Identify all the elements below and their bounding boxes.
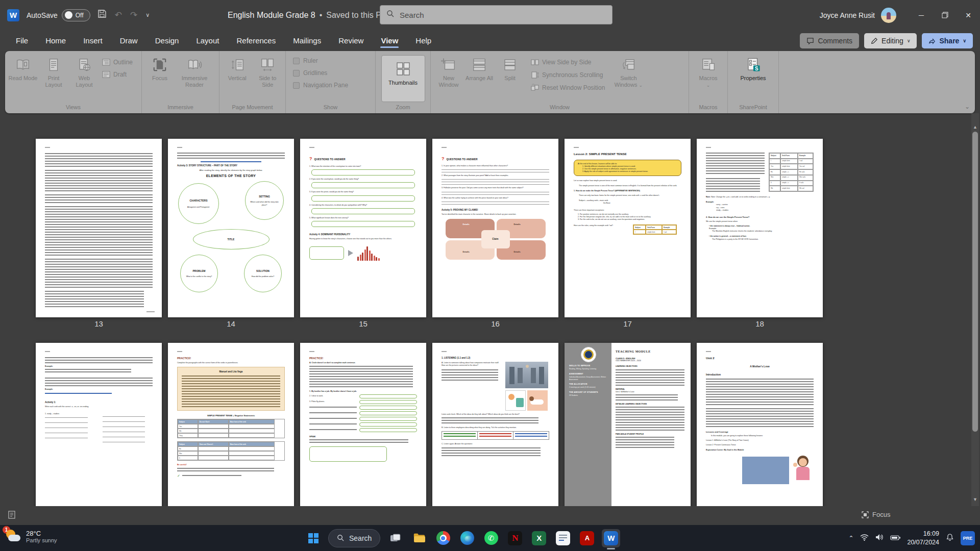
thumbnails-button[interactable]: Thumbnails <box>381 55 425 102</box>
share-button[interactable]: Share ∨ <box>922 33 973 48</box>
tab-home[interactable]: Home <box>38 32 74 49</box>
switch-windows-button[interactable]: Switch Windows ⌄ <box>610 55 647 88</box>
editing-button[interactable]: Editing ∨ <box>864 33 917 48</box>
search-input[interactable] <box>400 11 606 19</box>
outline-button[interactable]: Outline <box>102 58 133 66</box>
lesson2-section1: 1. How do we make the Simple Present Ten… <box>574 190 681 192</box>
notepad-icon[interactable] <box>554 529 572 547</box>
arrange-all-button[interactable]: Arrange All <box>464 55 494 82</box>
focus-mode-button[interactable]: Focus <box>862 511 890 518</box>
minimize-button[interactable]: ─ <box>910 0 933 30</box>
example-sentence-2: The Philippines is a party to the STCW 1… <box>706 238 814 241</box>
page-number-18[interactable]: 18 <box>697 319 823 328</box>
print-layout-button[interactable]: Print Layout <box>39 55 68 88</box>
weather-widget[interactable]: 1 28°C Partly sunny <box>5 528 57 544</box>
view-side-by-side-button[interactable]: View Side by Side <box>531 58 605 66</box>
navigation-pane-checkbox[interactable]: Navigation Pane <box>293 82 348 89</box>
page-number-17[interactable]: 17 <box>565 319 691 328</box>
undo-icon[interactable]: ↶ <box>115 10 122 20</box>
taskbar-search[interactable]: Search <box>328 529 380 547</box>
page-thumbnail-15[interactable]: ?QUESTIONS TO ANSWER 1. What was the int… <box>300 139 426 317</box>
page-number-14[interactable]: 14 <box>168 319 294 328</box>
vertical-button[interactable]: Vertical <box>223 55 252 82</box>
view-ribbon: Read Mode Print Layout Web Layout Outlin… <box>5 51 975 113</box>
volume-icon[interactable] <box>875 534 884 543</box>
battery-icon[interactable] <box>890 534 900 543</box>
start-button[interactable] <box>304 529 323 547</box>
new-window-button[interactable]: New Window <box>434 55 463 88</box>
tab-help[interactable]: Help <box>408 32 439 49</box>
side-to-side-button[interactable]: Side to Side <box>253 55 283 88</box>
customize-qat-chevron-icon[interactable]: ∨ <box>145 12 150 18</box>
document-title[interactable]: English Module Grade 8 • Saved to this P… <box>228 0 396 30</box>
focus-button[interactable]: Focus <box>145 55 175 82</box>
thumbnail-view-canvas[interactable]: Activity 3: STORY STRUCTURE – PART OF TH… <box>0 113 980 506</box>
tab-view[interactable]: View <box>373 32 406 49</box>
tab-layout[interactable]: Layout <box>188 32 227 49</box>
web-layout-button[interactable]: Web Layout <box>69 55 99 88</box>
macros-icon <box>701 57 716 72</box>
page-thumbnail-19[interactable]: Example: Example: Activity 1: Write each… <box>36 343 162 506</box>
avatar[interactable] <box>881 8 896 23</box>
tab-design[interactable]: Design <box>148 32 187 49</box>
task-view-button[interactable] <box>386 529 404 547</box>
page-thumbnail-18[interactable]: Subject Verb Form Example Isimple formI … <box>697 139 823 317</box>
notification-bell-icon[interactable] <box>946 533 954 543</box>
acrobat-icon[interactable]: A <box>578 529 596 547</box>
tab-review[interactable]: Review <box>331 32 371 49</box>
wifi-icon[interactable] <box>860 534 869 543</box>
draft-button[interactable]: Draft <box>102 70 133 79</box>
vertical-scrollbar[interactable]: ▲ ▼ <box>971 113 979 506</box>
tab-mailings[interactable]: Mailings <box>285 32 329 49</box>
ruler-checkbox[interactable]: Ruler <box>293 57 318 64</box>
whatsapp-icon[interactable]: ✆ <box>482 529 500 547</box>
immersive-reader-button[interactable]: Immersive Reader <box>176 55 213 88</box>
page-thumbnail-20[interactable]: PRACTICE! Complete the paragraphs with t… <box>168 343 294 506</box>
page-thumbnail-24[interactable]: Unit 2 A Mother's Love Introduction Less… <box>697 343 823 506</box>
hidden-icons-chevron[interactable]: ⌃ <box>848 535 853 542</box>
page-number-13[interactable]: 13 <box>36 319 162 328</box>
gridlines-checkbox[interactable]: Gridlines <box>293 69 327 77</box>
page-number-16[interactable]: 16 <box>432 319 558 328</box>
redo-icon[interactable]: ↷ <box>130 10 137 20</box>
close-button[interactable]: ✕ <box>957 0 980 30</box>
table-cell: I sail <box>662 230 676 234</box>
file-explorer-icon[interactable] <box>410 529 428 547</box>
user-name[interactable]: Joyce Anne Rusit <box>820 11 875 19</box>
tab-insert[interactable]: Insert <box>76 32 110 49</box>
save-icon[interactable] <box>97 9 107 21</box>
page-thumbnail-21[interactable]: PRACTICE! A. Circle doesn't or don't to … <box>300 343 426 506</box>
page-number-15[interactable]: 15 <box>300 319 426 328</box>
split-button[interactable]: Split <box>495 55 525 82</box>
clock[interactable]: 16:09 20/07/2024 <box>907 530 939 547</box>
tab-file[interactable]: File <box>8 32 36 49</box>
autosave-toggle[interactable]: AutoSave Off <box>27 9 90 21</box>
chrome-icon[interactable] <box>434 529 452 547</box>
properties-button[interactable]: S Properties <box>736 55 771 82</box>
search-box[interactable] <box>380 5 612 24</box>
scroll-down-arrow[interactable]: ▼ <box>971 497 979 502</box>
collapse-ribbon-chevron-icon[interactable]: ⌄ <box>965 103 970 110</box>
pre-badge[interactable]: PRE <box>961 531 975 545</box>
tab-references[interactable]: References <box>229 32 283 49</box>
scroll-up-arrow[interactable]: ▲ <box>971 124 979 130</box>
page-thumbnail-14[interactable]: Activity 3: STORY STRUCTURE – PART OF TH… <box>168 139 294 317</box>
page-thumbnail-16[interactable]: ?QUESTIONS TO ANSWER 1. In your opinion,… <box>432 139 558 317</box>
macros-button[interactable]: Macros⌄ <box>694 55 723 88</box>
page-indicator-icon[interactable] <box>7 510 16 521</box>
comments-button[interactable]: Comments <box>800 33 859 48</box>
netflix-icon[interactable]: N <box>506 529 524 547</box>
page-thumbnail-17[interactable]: Lesson 2: SIMPLE PRESENT TENSE At the en… <box>565 139 691 317</box>
edge-icon[interactable] <box>458 529 476 547</box>
page-thumbnail-23[interactable]: SKILLS TO IMPROVE Reading, Writing, Spea… <box>565 343 691 506</box>
read-mode-button[interactable]: Read Mode <box>8 55 38 82</box>
scrollbar-thumb[interactable] <box>972 132 978 432</box>
word-taskbar-icon[interactable]: W <box>602 529 620 547</box>
reset-window-position-button[interactable]: Reset Window Position <box>531 84 605 92</box>
synchronous-scrolling-button[interactable]: Synchronous Scrolling <box>531 71 605 79</box>
restore-button[interactable] <box>933 0 957 30</box>
excel-icon[interactable]: X <box>530 529 548 547</box>
page-thumbnail-22[interactable]: 1. LISTENING (1.1 and 1.2) A. Listen to … <box>432 343 558 506</box>
tab-draw[interactable]: Draw <box>112 32 145 49</box>
page-thumbnail-13[interactable] <box>36 139 162 317</box>
